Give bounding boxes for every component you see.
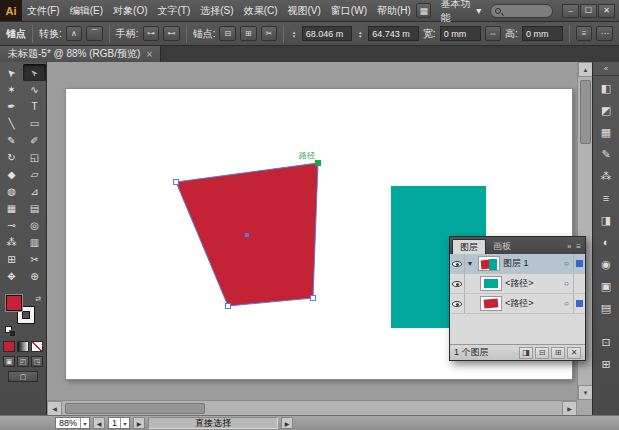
remove-anchor-button[interactable]: ⊟ [219,26,236,41]
selection-indicator[interactable] [573,294,585,313]
color-button[interactable] [3,341,15,352]
color-guide-panel-icon[interactable]: ◩ [595,100,618,120]
anchor-handle[interactable] [174,180,179,185]
hide-handles-button[interactable]: ⊷ [163,26,180,41]
arrange-documents-button[interactable]: ▦ [416,3,432,18]
document-tab[interactable]: 未标题-5* @ 88% (RGB/预览) × [0,46,161,62]
height-field[interactable]: 0 mm [522,26,563,41]
scale-tool[interactable]: ◱ [23,149,46,166]
path-row[interactable]: <路径> ○ [450,294,585,314]
restore-button[interactable]: ☐ [580,4,597,18]
target-circle[interactable]: ○ [560,259,573,268]
hand-tool[interactable]: ✥ [0,268,23,285]
selection-indicator[interactable] [573,274,585,293]
path-name[interactable]: <路径> [505,277,560,290]
swap-fill-stroke-icon[interactable]: ⇄ [35,295,41,303]
x-stepper[interactable]: ▴▾ [290,30,298,38]
make-clipping-mask-button[interactable]: ◨ [519,347,533,359]
x-position-field[interactable]: 68.046 m [302,26,353,41]
current-tool-status[interactable]: 直接选择 [148,417,278,429]
artboards-panel-icon[interactable]: ⊞ [595,354,618,374]
menu-help[interactable]: 帮助(H) [372,0,416,21]
scroll-left-button[interactable]: ◀ [47,401,62,416]
status-options-button[interactable]: ▶ [281,417,293,429]
menu-object[interactable]: 对象(O) [108,0,152,21]
slice-tool[interactable]: ✂ [23,251,46,268]
path-name[interactable]: <路径> [505,297,560,310]
zoom-tool[interactable]: ⊕ [23,268,46,285]
more-options-button[interactable]: ⋯ [596,26,613,41]
workspace-switcher[interactable]: 基本功能 ▾ [436,0,485,25]
tab-artboards[interactable]: 画板 [486,239,518,254]
menu-edit[interactable]: 编辑(E) [65,0,108,21]
direct-selection-tool[interactable]: ➢ [23,64,46,81]
line-segment-tool[interactable]: ╲ [0,115,23,132]
screen-mode-button[interactable]: ▢ [8,371,38,382]
anchor-handle-hovered[interactable] [316,161,321,166]
magic-wand-tool[interactable]: ✶ [0,81,23,98]
artboard-number-dropdown[interactable]: 1 ▾ [108,417,130,429]
show-handles-button[interactable]: ⊶ [143,26,160,41]
gradient-panel-icon[interactable]: ◨ [595,210,618,230]
menu-effect[interactable]: 效果(C) [239,0,283,21]
lasso-tool[interactable]: ∿ [23,81,46,98]
free-transform-tool[interactable]: ▱ [23,166,46,183]
tab-layers[interactable]: 图层 [452,239,486,254]
close-tab-icon[interactable]: × [146,49,152,60]
perspective-grid-tool[interactable]: ⊿ [23,183,46,200]
new-layer-button[interactable]: ⊞ [551,347,565,359]
new-sublayer-button[interactable]: ⊟ [535,347,549,359]
visibility-toggle[interactable] [450,254,465,273]
draw-normal-button[interactable]: ▣ [3,356,15,367]
scroll-right-button[interactable]: ▶ [562,401,577,416]
menu-type[interactable]: 文字(T) [153,0,196,21]
width-field[interactable]: 0 mm [440,26,481,41]
transparency-panel-icon[interactable]: ◐ [595,232,618,252]
expand-triangle-icon[interactable]: ▼ [465,260,475,267]
selection-indicator[interactable] [573,254,585,273]
expand-panels-button[interactable]: « [593,62,619,76]
graphic-styles-panel-icon[interactable]: ▣ [595,276,618,296]
swatches-panel-icon[interactable]: ▦ [595,122,618,142]
draw-inside-button[interactable]: ◳ [31,356,43,367]
layer-name[interactable]: 图层 1 [503,257,560,270]
pencil-tool[interactable]: ✐ [23,132,46,149]
mesh-tool[interactable]: ▦ [0,200,23,217]
constrain-proportions-button[interactable]: ⇔ [485,26,502,41]
y-stepper[interactable]: ▴▾ [356,30,364,38]
convert-to-smooth-button[interactable]: ⌒ [86,26,103,41]
default-stroke-icon[interactable] [9,330,16,337]
convert-to-corner-button[interactable]: ∧ [66,26,83,41]
pen-tool[interactable]: ✒ [0,98,23,115]
collapse-panel-icon[interactable]: » [567,242,571,251]
anchor-handle[interactable] [311,296,316,301]
symbols-panel-icon[interactable]: ⁂ [595,166,618,186]
brushes-panel-icon[interactable]: ✎ [595,144,618,164]
previous-artboard-button[interactable]: ◀ [93,417,105,429]
delete-layer-button[interactable]: ✕ [567,347,581,359]
search-input[interactable] [490,4,553,18]
y-position-field[interactable]: 64.743 m [368,26,419,41]
minimize-button[interactable]: – [562,4,579,18]
gradient-tool[interactable]: ▤ [23,200,46,217]
gradient-button[interactable] [17,341,29,352]
add-anchor-button[interactable]: ⊞ [240,26,257,41]
shape-builder-tool[interactable]: ◍ [0,183,23,200]
cut-path-button[interactable]: ✂ [261,26,278,41]
blend-tool[interactable]: ◎ [23,217,46,234]
type-tool[interactable]: T [23,98,46,115]
column-graph-tool[interactable]: ▥ [23,234,46,251]
selection-tool[interactable]: ➤ [0,64,23,81]
eyedropper-tool[interactable]: ⊸ [0,217,23,234]
horizontal-scroll-thumb[interactable] [65,403,205,414]
menu-select[interactable]: 选择(S) [195,0,238,21]
width-tool[interactable]: ◆ [0,166,23,183]
scroll-up-button[interactable]: ▲ [578,62,593,77]
rectangle-tool[interactable]: ▭ [23,115,46,132]
layers-panel-icon[interactable]: ▤ [595,298,618,318]
draw-behind-button[interactable]: ◰ [17,356,29,367]
horizontal-scrollbar[interactable]: ◀ ▶ [47,400,577,415]
target-circle[interactable]: ○ [560,299,573,308]
zoom-dropdown[interactable]: 88% ▾ [55,417,90,429]
path-row[interactable]: <路径> ○ [450,274,585,294]
